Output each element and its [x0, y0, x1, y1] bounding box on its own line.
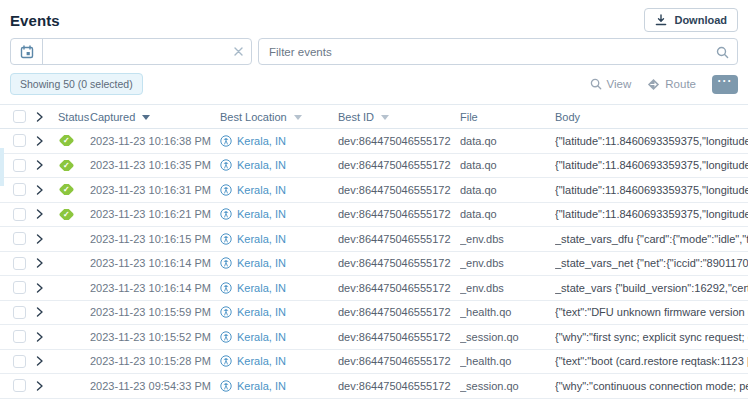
table-row[interactable]: 2023-11-23 10:15:28 PM Kerala, IN dev:86…: [0, 350, 748, 375]
event-body-preview: {"latitude":11.8460693359375,"longitude"…: [555, 159, 748, 171]
download-icon: [655, 14, 667, 26]
calendar-icon[interactable]: [11, 39, 43, 64]
best-location-link[interactable]: Kerala, IN: [220, 282, 338, 294]
row-checkbox[interactable]: [13, 355, 26, 368]
row-checkbox[interactable]: [13, 257, 26, 270]
filter-events-input[interactable]: [258, 38, 738, 65]
best-location-label: Kerala, IN: [237, 159, 286, 171]
table-row[interactable]: ✓ 2023-11-23 10:16:31 PM Kerala, IN dev:…: [0, 178, 748, 203]
expand-chevron-icon[interactable]: [36, 185, 58, 195]
expand-chevron-icon[interactable]: [36, 332, 58, 342]
route-button[interactable]: Route: [647, 78, 696, 91]
best-location-link[interactable]: Kerala, IN: [220, 233, 338, 245]
table-row[interactable]: 2023-11-23 10:15:59 PM Kerala, IN dev:86…: [0, 301, 748, 326]
date-range-input[interactable]: [43, 39, 225, 64]
best-location-link[interactable]: Kerala, IN: [220, 306, 338, 318]
best-location-link[interactable]: Kerala, IN: [220, 184, 338, 196]
expand-chevron-icon[interactable]: [36, 136, 58, 146]
column-header-file: File: [460, 111, 555, 123]
best-location-label: Kerala, IN: [237, 282, 286, 294]
file-name: _env.dbs: [460, 233, 555, 245]
best-location-link[interactable]: Kerala, IN: [220, 135, 338, 147]
expand-chevron-icon[interactable]: [36, 160, 58, 170]
table-row[interactable]: ✓ 2023-11-23 10:16:38 PM Kerala, IN dev:…: [0, 129, 748, 154]
best-id-value: dev:864475046555172: [338, 306, 460, 318]
best-id-value: dev:864475046555172: [338, 380, 460, 392]
best-location-label: Kerala, IN: [237, 135, 286, 147]
best-id-value: dev:864475046555172: [338, 208, 460, 220]
download-button-label: Download: [674, 14, 727, 26]
file-name: data.qo: [460, 184, 555, 196]
column-header-best-id[interactable]: Best ID: [338, 111, 460, 123]
row-checkbox[interactable]: [13, 232, 26, 245]
route-button-label: Route: [665, 78, 696, 90]
table-row[interactable]: 2023-11-23 10:16:14 PM Kerala, IN dev:86…: [0, 252, 748, 277]
tower-location-icon: [220, 184, 232, 196]
clear-x-icon[interactable]: [225, 39, 251, 64]
table-row[interactable]: 2023-11-23 10:16:15 PM Kerala, IN dev:86…: [0, 227, 748, 252]
select-all-checkbox[interactable]: [13, 110, 26, 123]
events-page: Events Download Showing 50 (0 sele: [0, 0, 748, 406]
expand-chevron-icon[interactable]: [36, 209, 58, 219]
file-name: data.qo: [460, 135, 555, 147]
view-button[interactable]: View: [590, 78, 632, 90]
best-location-link[interactable]: Kerala, IN: [220, 331, 338, 343]
view-search-icon: [590, 78, 602, 90]
expand-chevron-icon[interactable]: [36, 381, 58, 391]
row-checkbox[interactable]: [13, 134, 26, 147]
column-header-best-location[interactable]: Best Location: [220, 111, 338, 123]
file-name: data.qo: [460, 159, 555, 171]
table-row-partial: [0, 399, 748, 406]
table-row[interactable]: 2023-11-23 10:15:52 PM Kerala, IN dev:86…: [0, 325, 748, 350]
captured-timestamp: 2023-11-23 10:15:52 PM: [90, 331, 220, 343]
page-title: Events: [10, 12, 60, 29]
best-id-value: dev:864475046555172: [338, 233, 460, 245]
best-location-label: Kerala, IN: [237, 355, 286, 367]
table-row[interactable]: 2023-11-23 09:54:33 PM Kerala, IN dev:86…: [0, 374, 748, 399]
table-row[interactable]: 2023-11-23 10:16:14 PM Kerala, IN dev:86…: [0, 276, 748, 301]
row-checkbox[interactable]: [13, 306, 26, 319]
best-id-value: dev:864475046555172: [338, 159, 460, 171]
event-body-preview: _state_vars_dfu {"card":{"mode":"idle","…: [555, 233, 748, 245]
captured-timestamp: 2023-11-23 10:15:28 PM: [90, 355, 220, 367]
tower-location-icon: [220, 233, 232, 245]
row-checkbox[interactable]: [13, 330, 26, 343]
scroll-indicator: [0, 148, 4, 186]
expand-chevron-icon[interactable]: [36, 258, 58, 268]
view-button-label: View: [607, 78, 632, 90]
best-id-value: dev:864475046555172: [338, 282, 460, 294]
captured-timestamp: 2023-11-23 10:16:14 PM: [90, 257, 220, 269]
more-actions-button[interactable]: ···: [712, 75, 738, 94]
column-header-status: Status: [58, 111, 90, 123]
best-location-link[interactable]: Kerala, IN: [220, 355, 338, 367]
table-row[interactable]: ✓ 2023-11-23 10:16:21 PM Kerala, IN dev:…: [0, 203, 748, 228]
event-body-preview: {"latitude":11.8460693359375,"longitude"…: [555, 208, 748, 220]
expand-chevron-icon[interactable]: [36, 356, 58, 366]
expand-all-chevron-icon[interactable]: [36, 112, 58, 122]
best-location-link[interactable]: Kerala, IN: [220, 208, 338, 220]
captured-timestamp: 2023-11-23 10:16:35 PM: [90, 159, 220, 171]
best-location-link[interactable]: Kerala, IN: [220, 380, 338, 392]
best-location-link[interactable]: Kerala, IN: [220, 159, 338, 171]
best-id-value: dev:864475046555172: [338, 184, 460, 196]
status-success-icon: ✓: [59, 209, 75, 220]
toolbar-actions: View Route ···: [590, 75, 738, 94]
expand-chevron-icon[interactable]: [36, 307, 58, 317]
sort-caret-icon: [381, 115, 389, 120]
table-toolbar: Showing 50 (0 selected) View Route ···: [10, 73, 738, 95]
best-location-link[interactable]: Kerala, IN: [220, 257, 338, 269]
showing-count-badge: Showing 50 (0 selected): [10, 73, 143, 95]
table-row[interactable]: ✓ 2023-11-23 10:16:35 PM Kerala, IN dev:…: [0, 154, 748, 179]
row-checkbox[interactable]: [13, 159, 26, 172]
download-button[interactable]: Download: [644, 8, 738, 32]
expand-chevron-icon[interactable]: [36, 283, 58, 293]
captured-timestamp: 2023-11-23 09:54:33 PM: [90, 380, 220, 392]
row-checkbox[interactable]: [13, 183, 26, 196]
column-header-captured[interactable]: Captured: [90, 111, 220, 123]
search-icon[interactable]: [716, 45, 729, 63]
row-checkbox[interactable]: [13, 208, 26, 221]
tower-location-icon: [220, 282, 232, 294]
expand-chevron-icon[interactable]: [36, 234, 58, 244]
row-checkbox[interactable]: [13, 379, 26, 392]
row-checkbox[interactable]: [13, 281, 26, 294]
